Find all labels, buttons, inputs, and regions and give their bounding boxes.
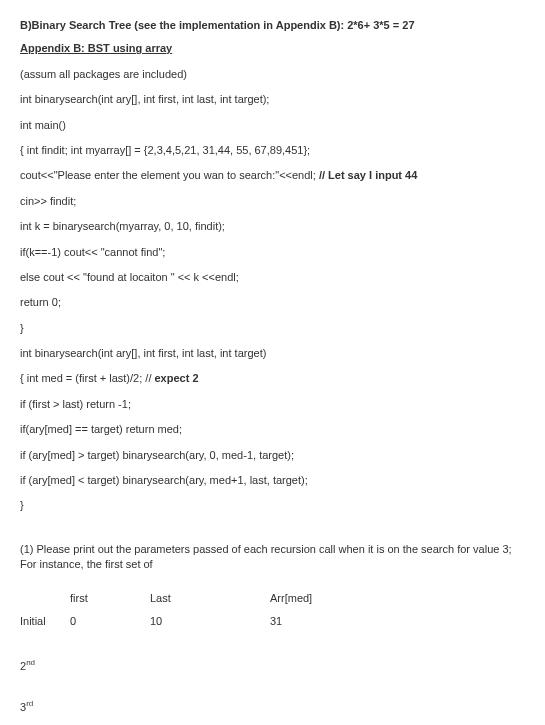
code-line: if (ary[med] < target) binarysearch(ary,…: [20, 473, 525, 488]
col-header-last: Last: [150, 587, 270, 610]
code-text: cout<<"Please enter the element you wan …: [20, 169, 319, 181]
code-comment-bold: expect 2: [155, 372, 199, 384]
code-line: if(ary[med] == target) return med;: [20, 422, 525, 437]
table-row: Initial 0 10 31: [20, 610, 370, 633]
code-line: int k = binarysearch(myarray, 0, 10, fin…: [20, 219, 525, 234]
code-line: { int findit; int myarray[] = {2,3,4,5,2…: [20, 143, 525, 158]
question-text: (1) Please print out the parameters pass…: [20, 542, 525, 573]
row-ordinal-sup: nd: [26, 658, 35, 667]
row-ordinal-sup: rd: [26, 699, 33, 708]
row-label-2nd: 2nd: [20, 657, 525, 674]
cell-first: 0: [70, 610, 150, 633]
code-line: int binarysearch(int ary[], int first, i…: [20, 92, 525, 107]
cell-last: 10: [150, 610, 270, 633]
code-line: }: [20, 498, 525, 513]
code-text: { int med = (first + last)/2; //: [20, 372, 155, 384]
code-line: int binarysearch(int ary[], int first, i…: [20, 346, 525, 361]
code-line: else cout << "found at locaiton " << k <…: [20, 270, 525, 285]
code-comment-bold: // Let say I input 44: [319, 169, 417, 181]
code-line: if(k==-1) cout<< "cannot find";: [20, 245, 525, 260]
code-line: (assum all packages are included): [20, 67, 525, 82]
code-line: if (ary[med] > target) binarysearch(ary,…: [20, 448, 525, 463]
code-line: return 0;: [20, 295, 525, 310]
col-header-arr: Arr[med]: [270, 587, 370, 610]
code-line: if (first > last) return -1;: [20, 397, 525, 412]
code-line: }: [20, 321, 525, 336]
row-label-initial: Initial: [20, 610, 70, 633]
table-header-row: first Last Arr[med]: [20, 587, 370, 610]
row-label-3rd: 3rd: [20, 698, 525, 715]
code-line: int main(): [20, 118, 525, 133]
code-line: cin>> findit;: [20, 194, 525, 209]
recursion-table: first Last Arr[med] Initial 0 10 31: [20, 587, 370, 634]
code-line: cout<<"Please enter the element you wan …: [20, 168, 525, 183]
appendix-title: Appendix B: BST using array: [20, 41, 525, 56]
code-line: { int med = (first + last)/2; // expect …: [20, 371, 525, 386]
col-header-first: first: [70, 587, 150, 610]
cell-arr: 31: [270, 610, 370, 633]
section-heading: B)Binary Search Tree (see the implementa…: [20, 18, 525, 33]
